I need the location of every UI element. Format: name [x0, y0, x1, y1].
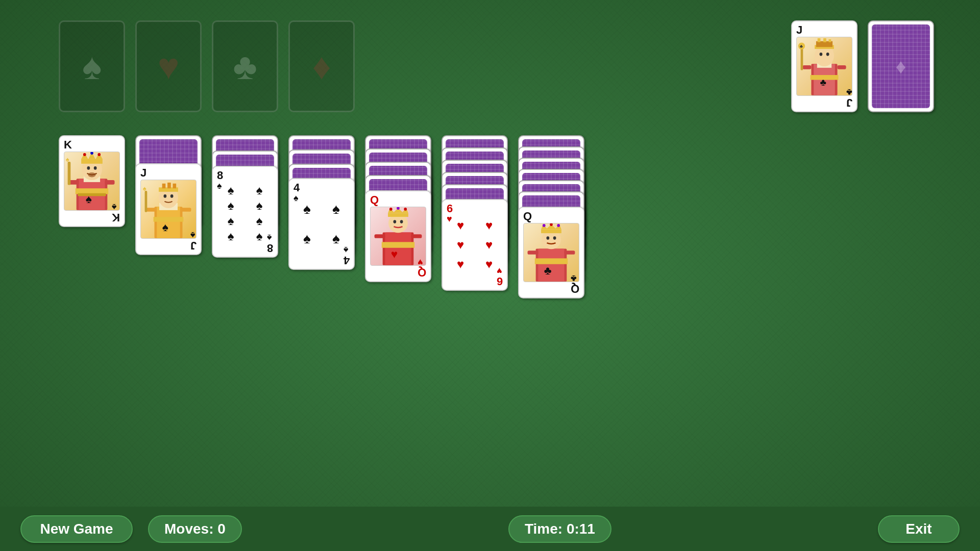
svg-point-63 [394, 220, 397, 223]
svg-point-76 [547, 236, 550, 240]
svg-rect-47 [173, 184, 177, 188]
svg-rect-52 [181, 208, 191, 212]
svg-rect-37 [68, 162, 71, 185]
svg-rect-46 [167, 183, 171, 188]
svg-rect-72 [541, 230, 561, 234]
svg-rect-66 [375, 234, 385, 238]
tableau-col-7[interactable]: Q ♣ [518, 135, 584, 390]
time-display: Time: 0:11 [508, 515, 611, 543]
svg-point-28 [83, 153, 86, 156]
svg-point-64 [400, 220, 403, 223]
tableau-col-3[interactable]: 8 ♠ ♠ ♠ ♠ ♠ ♠ ♠ ♠ ♠ 8 ♠ [212, 135, 278, 339]
bottom-bar: New Game Moves: 0 Time: 0:11 Exit [0, 507, 980, 551]
card-4-spades[interactable]: 4 ♠ ♠ ♠ ♠ ♠ 4 ♠ [288, 178, 355, 270]
waste-card[interactable]: J ♣ [791, 20, 857, 112]
tableau-col-6[interactable]: 6 ♥ ♥ ♥ ♥ ♥ ♥ ♥ 6 ♥ [442, 135, 508, 380]
svg-point-75 [557, 224, 560, 227]
card-8-spades[interactable]: 8 ♠ ♠ ♠ ♠ ♠ ♠ ♠ ♠ ♠ 8 ♠ [212, 166, 278, 258]
svg-rect-67 [411, 234, 422, 238]
svg-rect-8 [823, 38, 826, 42]
spades-placeholder: ♠ [82, 45, 102, 87]
card-queen-hearts[interactable]: Q ♥ [365, 190, 431, 282]
svg-text:♠: ♠ [143, 185, 146, 192]
svg-rect-40 [157, 207, 180, 238]
stock-area: J ♣ [791, 20, 934, 112]
svg-point-10 [820, 53, 823, 56]
jack-spades-art: ♠ ♠ [140, 180, 197, 239]
svg-rect-57 [382, 242, 414, 247]
svg-text:♥: ♥ [391, 247, 398, 261]
svg-rect-14 [838, 65, 846, 69]
svg-rect-41 [154, 217, 184, 221]
card-jack-spades[interactable]: J ♠ [135, 163, 202, 255]
clubs-placeholder: ♣ [233, 45, 257, 87]
svg-rect-24 [81, 159, 103, 163]
hearts-placeholder: ♥ [158, 45, 180, 87]
svg-rect-51 [145, 208, 156, 212]
diamonds-placeholder: ♦ [312, 45, 331, 87]
svg-rect-21 [78, 193, 106, 196]
exit-button[interactable]: Exit [878, 515, 960, 543]
svg-rect-15 [801, 47, 803, 70]
svg-rect-80 [565, 251, 575, 255]
svg-point-60 [389, 208, 393, 211]
svg-point-32 [94, 166, 97, 170]
tableau-col-4[interactable]: 4 ♠ ♠ ♠ ♠ ♠ 4 ♠ [288, 135, 355, 355]
svg-text:♠: ♠ [162, 220, 168, 234]
foundation-diamonds[interactable]: ♦ [288, 20, 355, 112]
svg-point-30 [97, 153, 101, 156]
card-king-spades[interactable]: K ♠ [59, 135, 125, 227]
tableau-col-5[interactable]: Q ♥ [365, 135, 431, 370]
svg-rect-79 [528, 251, 538, 255]
svg-text:♠: ♠ [66, 156, 69, 163]
svg-rect-36 [105, 180, 115, 185]
tableau-area: K ♠ [59, 135, 584, 390]
time-label: Time: [525, 521, 562, 537]
jack-clubs-art: ♣ ♣ [796, 37, 852, 96]
stock-deck[interactable] [868, 20, 934, 112]
svg-rect-7 [818, 38, 821, 42]
tableau-col-1[interactable]: K ♠ [59, 135, 125, 268]
svg-point-49 [170, 194, 174, 198]
time-value: 0:11 [567, 521, 595, 537]
card-queen-clubs[interactable]: Q ♣ [518, 207, 584, 298]
svg-point-77 [553, 236, 556, 240]
svg-rect-9 [829, 39, 831, 42]
svg-text:♣: ♣ [544, 264, 552, 277]
svg-rect-56 [385, 232, 411, 265]
moves-label: Moves: [164, 521, 213, 537]
svg-point-31 [87, 166, 90, 170]
foundation-hearts[interactable]: ♥ [135, 20, 202, 112]
svg-rect-53 [145, 191, 148, 212]
svg-text:♠: ♠ [86, 192, 92, 206]
foundation-clubs[interactable]: ♣ [212, 20, 278, 112]
tableau-col-2[interactable]: J ♠ [135, 135, 202, 309]
foundation-spades[interactable]: ♠ [59, 20, 125, 112]
new-game-button[interactable]: New Game [20, 515, 133, 543]
svg-point-33 [88, 172, 95, 177]
moves-value: 0 [217, 521, 226, 537]
foundation-area: ♠ ♥ ♣ ♦ [59, 20, 355, 112]
svg-point-62 [404, 208, 407, 211]
svg-text:♣: ♣ [800, 43, 803, 49]
svg-rect-59 [388, 213, 408, 217]
svg-text:♣: ♣ [820, 77, 826, 88]
card-6-hearts[interactable]: 6 ♥ ♥ ♥ ♥ ♥ ♥ ♥ 6 ♥ [442, 199, 508, 291]
moves-display: Moves: 0 [148, 515, 242, 543]
svg-point-48 [164, 194, 167, 198]
svg-point-11 [826, 53, 829, 56]
svg-point-73 [543, 224, 546, 227]
svg-rect-13 [802, 65, 811, 69]
svg-rect-45 [162, 184, 166, 188]
